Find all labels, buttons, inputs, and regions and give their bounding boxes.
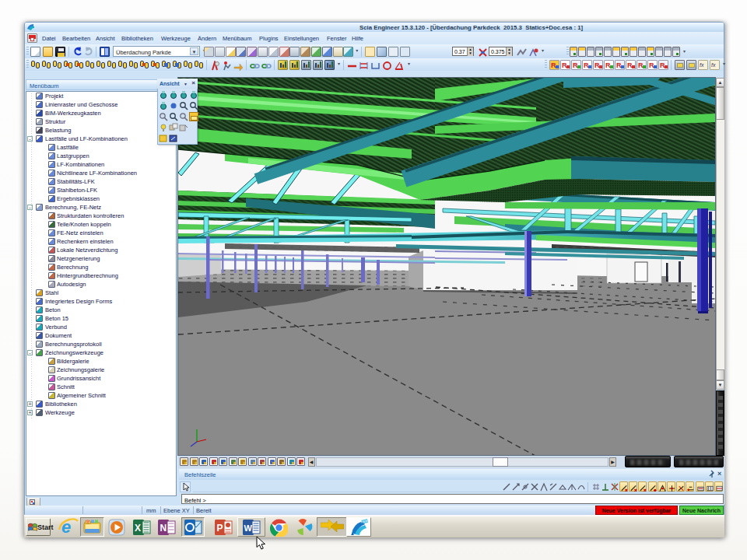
- svg-text:N: N: [160, 523, 167, 534]
- svg-text:X: X: [135, 523, 141, 534]
- svg-text:W: W: [244, 523, 253, 533]
- svg-text:P: P: [217, 523, 223, 534]
